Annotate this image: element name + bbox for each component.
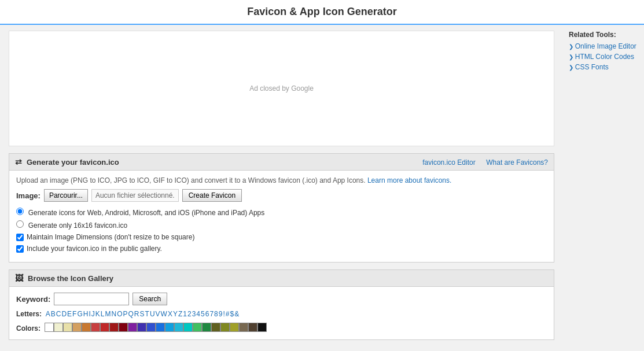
color-swatch[interactable] bbox=[248, 323, 257, 332]
create-favicon-button[interactable]: Create Favicon bbox=[182, 189, 242, 202]
sidebar-link[interactable]: Online Image Editor bbox=[569, 42, 638, 50]
letter-link[interactable]: & bbox=[234, 310, 239, 318]
letter-link[interactable]: I bbox=[89, 310, 90, 318]
color-swatch[interactable] bbox=[109, 323, 119, 332]
color-swatch[interactable] bbox=[165, 323, 174, 332]
color-swatch[interactable] bbox=[239, 323, 248, 332]
radio-16x16[interactable] bbox=[16, 220, 24, 228]
letter-link[interactable]: J bbox=[91, 310, 95, 318]
search-button[interactable]: Search bbox=[133, 293, 167, 305]
radio-group-1: Generate icons for Web, Android, Microso… bbox=[16, 208, 547, 217]
letter-link[interactable]: 2 bbox=[187, 310, 192, 318]
page-title: Favicon & App Icon Generator bbox=[0, 6, 644, 18]
color-swatch[interactable] bbox=[45, 323, 54, 332]
letter-link[interactable]: Z bbox=[178, 310, 182, 318]
letter-link[interactable]: P bbox=[123, 310, 128, 318]
gallery-icon: 🖼 bbox=[15, 274, 23, 283]
ad-area: Ad closed by Google bbox=[9, 31, 554, 146]
letter-link[interactable]: D bbox=[61, 310, 67, 318]
color-swatch[interactable] bbox=[128, 323, 137, 332]
letter-link[interactable]: 9 bbox=[219, 310, 223, 318]
letter-link[interactable]: 1 bbox=[183, 310, 187, 318]
favicon-section-header: ⇄ Generate your favicon.ico favicon.ico … bbox=[9, 154, 554, 171]
color-swatch[interactable] bbox=[257, 323, 267, 332]
letter-link[interactable]: 6 bbox=[205, 310, 209, 318]
sidebar: Related Tools: Online Image EditorHTML C… bbox=[563, 25, 644, 351]
checkbox-maintain-dimensions-input[interactable] bbox=[16, 234, 24, 241]
favicon-editor-link[interactable]: favicon.ico Editor bbox=[422, 158, 475, 167]
letter-link[interactable]: C bbox=[56, 310, 61, 318]
gallery-section-header: 🖼 Browse the Icon Gallery bbox=[9, 270, 554, 287]
letters-label: Letters: bbox=[16, 310, 42, 318]
sidebar-link[interactable]: CSS Fonts bbox=[569, 63, 638, 71]
letter-link[interactable]: N bbox=[111, 310, 116, 318]
letter-link[interactable]: G bbox=[77, 310, 82, 318]
checkbox-public-gallery-input[interactable] bbox=[16, 245, 24, 253]
radio-group-2: Generate only 16x16 favicon.ico bbox=[16, 220, 547, 230]
letter-link[interactable]: X bbox=[168, 310, 172, 318]
letter-link[interactable]: 8 bbox=[214, 310, 218, 318]
letters-row: Letters: ABCDEFGHIJKLMNOPQRSTUVWXYZ12345… bbox=[16, 310, 547, 318]
top-bar: Favicon & App Icon Generator bbox=[0, 0, 644, 25]
sidebar-links: Online Image EditorHTML Color CodesCSS F… bbox=[569, 42, 638, 71]
gallery-body: Keyword: Search Letters: ABCDEFGHIJKLMNO… bbox=[9, 287, 554, 339]
letter-link[interactable]: F bbox=[72, 310, 76, 318]
sidebar-link[interactable]: HTML Color Codes bbox=[569, 53, 638, 61]
letter-link[interactable]: S bbox=[140, 310, 145, 318]
letter-link[interactable]: 4 bbox=[196, 310, 200, 318]
favicon-section: ⇄ Generate your favicon.ico favicon.ico … bbox=[9, 153, 554, 263]
learn-more-link[interactable]: Learn more about favicons. bbox=[367, 176, 451, 184]
letter-link[interactable]: # bbox=[226, 310, 230, 318]
keyword-input[interactable] bbox=[54, 293, 129, 305]
letter-link[interactable]: Y bbox=[173, 310, 178, 318]
letter-link[interactable]: T bbox=[145, 310, 149, 318]
color-swatch[interactable] bbox=[82, 323, 91, 332]
color-swatch[interactable] bbox=[174, 323, 183, 332]
related-tools-title: Related Tools: bbox=[569, 31, 638, 39]
letter-link[interactable]: ! bbox=[223, 310, 225, 318]
letter-link[interactable]: M bbox=[105, 310, 111, 318]
letter-link[interactable]: O bbox=[117, 310, 122, 318]
letters-container: ABCDEFGHIJKLMNOPQRSTUVWXYZ123456789!#$& bbox=[46, 310, 240, 318]
color-swatch[interactable] bbox=[100, 323, 109, 332]
letter-link[interactable]: 3 bbox=[192, 310, 196, 318]
letter-link[interactable]: V bbox=[156, 310, 160, 318]
letter-link[interactable]: K bbox=[95, 310, 100, 318]
color-swatch[interactable] bbox=[193, 323, 202, 332]
keyword-label: Keyword: bbox=[16, 295, 50, 304]
color-swatch[interactable] bbox=[119, 323, 128, 332]
color-swatch[interactable] bbox=[220, 323, 230, 332]
letter-link[interactable]: R bbox=[134, 310, 139, 318]
letter-link[interactable]: $ bbox=[230, 310, 234, 318]
image-label: Image: bbox=[16, 191, 41, 200]
letter-link[interactable]: E bbox=[67, 310, 72, 318]
letter-link[interactable]: U bbox=[150, 310, 155, 318]
letter-link[interactable]: 7 bbox=[209, 310, 214, 318]
checkbox-public-gallery-label: Include your favicon.ico in the public g… bbox=[27, 245, 162, 253]
color-swatch[interactable] bbox=[72, 323, 82, 332]
radio-all-icons[interactable] bbox=[16, 208, 24, 215]
color-swatch[interactable] bbox=[137, 323, 146, 332]
color-swatch[interactable] bbox=[202, 323, 211, 332]
color-swatch[interactable] bbox=[183, 323, 193, 332]
letter-link[interactable]: Q bbox=[128, 310, 134, 318]
letter-link[interactable]: W bbox=[161, 310, 167, 318]
colors-label: Colors: bbox=[16, 324, 41, 332]
checkbox-maintain-dimensions: Maintain Image Dimensions (don't resize … bbox=[16, 233, 547, 241]
radio-16x16-label: Generate only 16x16 favicon.ico bbox=[28, 221, 127, 230]
letter-link[interactable]: 5 bbox=[201, 310, 205, 318]
letter-link[interactable]: L bbox=[101, 310, 105, 318]
color-swatch[interactable] bbox=[91, 323, 100, 332]
color-swatch[interactable] bbox=[230, 323, 239, 332]
letter-link[interactable]: H bbox=[83, 310, 89, 318]
color-swatch[interactable] bbox=[54, 323, 63, 332]
what-are-favicons-link[interactable]: What are Favicons? bbox=[486, 158, 548, 167]
color-swatch[interactable] bbox=[211, 323, 220, 332]
letter-link[interactable]: B bbox=[51, 310, 56, 318]
letter-link[interactable]: A bbox=[46, 310, 50, 318]
browse-button[interactable]: Parcourir... bbox=[44, 189, 88, 202]
color-swatch[interactable] bbox=[156, 323, 165, 332]
color-swatch[interactable] bbox=[146, 323, 156, 332]
main-content: Ad closed by Google ⇄ Generate your favi… bbox=[0, 25, 563, 351]
color-swatch[interactable] bbox=[63, 323, 72, 332]
